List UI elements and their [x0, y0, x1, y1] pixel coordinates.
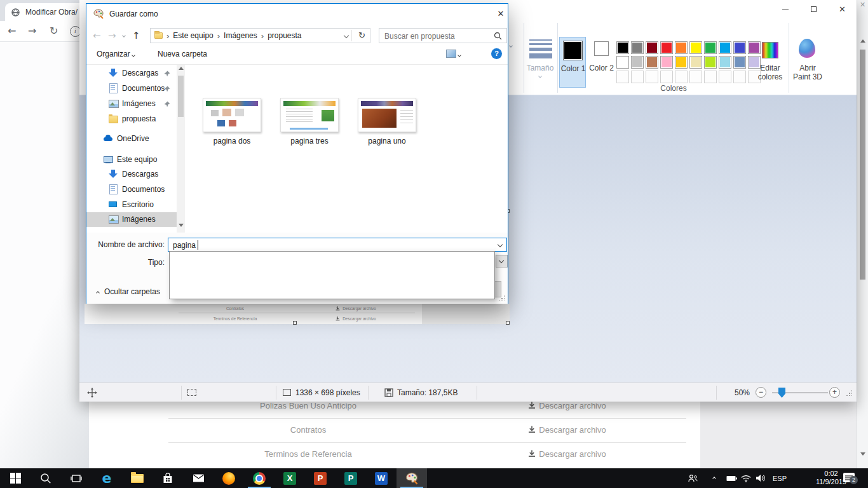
scrollbar-thumb[interactable] — [178, 76, 184, 117]
minimize-button[interactable] — [771, 0, 799, 19]
palette-swatch-empty[interactable] — [719, 71, 731, 83]
palette-swatch[interactable] — [675, 41, 688, 54]
palette-swatch[interactable] — [733, 56, 746, 69]
help-icon[interactable]: ? — [491, 48, 502, 59]
palette-swatch[interactable] — [733, 41, 746, 54]
taskbar-search-button[interactable] — [31, 468, 61, 488]
chevron-down-icon[interactable] — [498, 242, 503, 247]
palette-swatch-empty[interactable] — [616, 71, 629, 83]
language-indicator[interactable]: ESP — [773, 468, 787, 488]
zoom-out-button[interactable]: − — [756, 387, 766, 398]
palette-swatch-empty[interactable] — [675, 71, 688, 83]
breadcrumb[interactable]: › Este equipo › Imágenes › propuesta ↻ — [150, 28, 370, 43]
sidebar-item-imágenes[interactable]: Imágenes — [86, 97, 177, 111]
color2-button[interactable]: Color 2 — [588, 37, 615, 88]
filename-input[interactable]: pagina — [168, 238, 507, 252]
browser-scrollbar[interactable]: ✕ — [857, 0, 868, 468]
nav-up-icon[interactable]: ↑ — [132, 30, 140, 41]
edit-colors-button[interactable]: Editar colores — [754, 37, 786, 90]
breadcrumb-item[interactable]: Este equipo — [173, 31, 213, 40]
breadcrumb-item[interactable]: Imágenes — [224, 31, 257, 40]
filename-autocomplete-dropdown[interactable] — [169, 251, 495, 299]
powerpoint-button[interactable]: P — [305, 468, 336, 488]
sidebar-scrollbar[interactable] — [177, 65, 185, 233]
palette-swatch[interactable] — [646, 56, 658, 69]
volume-button[interactable] — [756, 468, 766, 488]
mail-button[interactable] — [183, 468, 214, 488]
palette-swatch-empty[interactable] — [660, 71, 673, 83]
palette-swatch[interactable] — [616, 41, 629, 54]
scroll-down-icon[interactable] — [860, 452, 865, 456]
sidebar-item-escritorio[interactable]: Escritorio — [86, 198, 177, 212]
palette-swatch-empty[interactable] — [704, 71, 717, 83]
excel-button[interactable]: X — [275, 468, 305, 488]
palette-swatch[interactable] — [646, 41, 658, 54]
color1-button[interactable]: Color 1 — [559, 37, 586, 88]
file-item[interactable]: pagina tres — [280, 98, 339, 146]
edge-button[interactable]: e — [92, 468, 122, 488]
zoom-slider-thumb[interactable] — [778, 388, 785, 398]
browser-reload-icon[interactable]: ↻ — [50, 25, 58, 37]
sidebar-item-descargas[interactable]: Descargas — [86, 66, 177, 81]
scroll-up-icon[interactable] — [179, 67, 184, 70]
resize-grip[interactable] — [846, 390, 852, 396]
palette-swatch[interactable] — [689, 41, 702, 54]
download-link[interactable]: Descargar archivo — [448, 442, 686, 466]
palette-swatch[interactable] — [631, 41, 644, 54]
nav-back-icon[interactable]: ← — [93, 30, 101, 41]
palette-swatch[interactable] — [616, 56, 629, 69]
palette-swatch-empty[interactable] — [631, 71, 644, 83]
network-button[interactable] — [741, 468, 751, 488]
dialog-close-button[interactable]: ✕ — [493, 7, 508, 21]
palette-swatch[interactable] — [719, 56, 731, 69]
palette-swatch-empty[interactable] — [646, 71, 658, 83]
scroll-down-icon[interactable] — [179, 224, 184, 227]
palette-swatch[interactable] — [704, 56, 717, 69]
palette-swatch[interactable] — [660, 41, 673, 54]
sidebar-item-propuesta[interactable]: propuesta — [86, 112, 177, 126]
download-link[interactable]: Descargar archivo — [448, 418, 686, 442]
close-button[interactable]: ✕ — [828, 0, 857, 19]
paint-button[interactable] — [397, 468, 427, 488]
address-dropdown-icon[interactable] — [344, 33, 349, 38]
sidebar-item-onedrive[interactable]: OneDrive — [86, 132, 177, 146]
nav-forward-icon[interactable]: → — [108, 30, 116, 41]
open-paint3d-button[interactable]: Abrir Paint 3D — [791, 37, 824, 90]
breadcrumb-item[interactable]: propuesta — [268, 31, 301, 40]
browser-forward-icon[interactable]: → — [28, 25, 36, 37]
sidebar-item-descargas[interactable]: Descargas — [86, 167, 177, 182]
hide-folders-button[interactable]: Ocultar carpetas — [97, 287, 160, 296]
sidebar-item-documentos[interactable]: Documentos — [86, 81, 177, 96]
canvas-resize-handle[interactable] — [506, 321, 510, 325]
palette-swatch[interactable] — [631, 56, 644, 69]
sidebar-item-imágenes[interactable]: Imágenes — [86, 212, 177, 227]
start-button[interactable] — [0, 468, 31, 488]
file-explorer-button[interactable] — [122, 468, 153, 488]
hidden-control-chevron-icon[interactable] — [509, 44, 513, 48]
maximize-button[interactable] — [799, 0, 828, 19]
new-folder-button[interactable]: Nueva carpeta — [158, 50, 207, 58]
zoom-in-button[interactable]: + — [829, 387, 840, 398]
palette-swatch-empty[interactable] — [733, 71, 746, 83]
palette-swatch[interactable] — [704, 41, 717, 54]
show-hidden-icons-button[interactable] — [713, 468, 715, 488]
palette-swatch[interactable] — [675, 56, 688, 69]
browser-close-icon[interactable]: ✕ — [860, 1, 865, 9]
refresh-icon[interactable]: ↻ — [358, 30, 365, 40]
organize-menu[interactable]: Organizar — [97, 50, 135, 58]
scroll-up-icon[interactable] — [860, 39, 865, 43]
file-item[interactable]: pagina dos — [203, 98, 261, 146]
sidebar-item-este-equipo[interactable]: Este equipo — [86, 152, 177, 167]
palette-swatch[interactable] — [719, 41, 731, 54]
search-input[interactable]: Buscar en propuesta — [379, 28, 507, 43]
firefox-button[interactable] — [214, 468, 244, 488]
store-button[interactable] — [153, 468, 183, 488]
views-button[interactable] — [446, 50, 461, 58]
publisher-button[interactable]: P — [336, 468, 366, 488]
type-dropdown-button[interactable] — [496, 255, 508, 268]
scrollbar-thumb[interactable] — [860, 50, 865, 280]
file-item[interactable]: pagina uno — [358, 98, 416, 146]
task-view-button[interactable] — [61, 468, 92, 488]
canvas-resize-handle[interactable] — [293, 321, 297, 325]
chrome-button[interactable] — [244, 468, 275, 488]
